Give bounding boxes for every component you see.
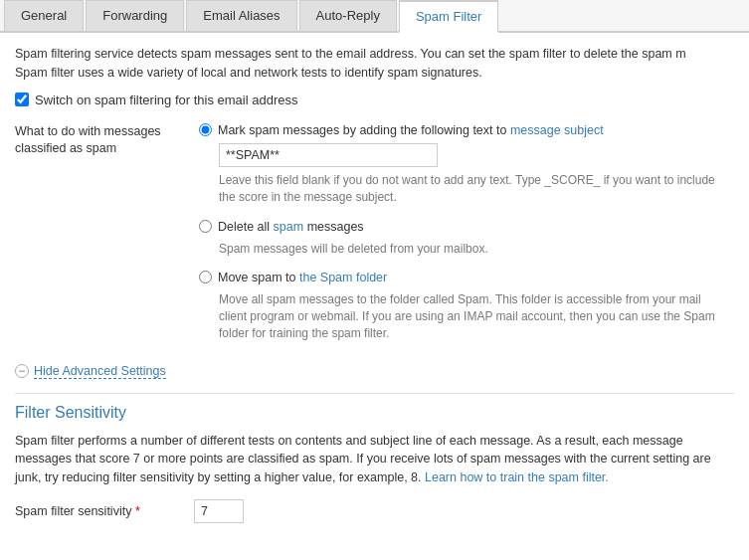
sensitivity-input[interactable]: [194, 499, 244, 523]
move-spam-hint: Move all spam messages to the folder cal…: [219, 291, 716, 341]
tab-bar: General Forwarding Email Aliases Auto-Re…: [0, 0, 749, 33]
spam-filter-checkbox[interactable]: [15, 93, 29, 106]
advanced-settings-toggle[interactable]: − Hide Advanced Settings: [15, 364, 734, 379]
sensitivity-row: Spam filter sensitivity *: [15, 499, 734, 523]
radio-mark-label: Mark spam messages by adding the followi…: [218, 121, 604, 140]
tab-spam-filter[interactable]: Spam Filter: [399, 0, 498, 33]
spam-training-link[interactable]: Learn how to train the spam filter.: [425, 470, 609, 484]
tab-forwarding[interactable]: Forwarding: [86, 0, 184, 31]
options-section: What to do with messages classified as s…: [15, 121, 734, 354]
radio-option-move: Move spam to the Spam folder Move all sp…: [199, 269, 734, 341]
radio-option-delete: Delete all spam messages Spam messages w…: [199, 218, 734, 258]
minus-icon: −: [15, 364, 29, 378]
advanced-settings-link[interactable]: Hide Advanced Settings: [34, 364, 166, 379]
tab-auto-reply[interactable]: Auto-Reply: [299, 0, 397, 31]
spam-filter-toggle-row: Switch on spam filtering for this email …: [15, 93, 734, 107]
delete-spam-hint: Spam messages will be deleted from your …: [219, 241, 716, 258]
radio-move-label: Move spam to the Spam folder: [218, 269, 387, 287]
tab-general[interactable]: General: [4, 0, 84, 31]
section-divider: [15, 393, 734, 394]
mark-spam-hint: Leave this field blank if you do not wan…: [219, 172, 716, 206]
move-spam-indent: Move all spam messages to the folder cal…: [219, 291, 734, 341]
mark-spam-indent: Leave this field blank if you do not wan…: [219, 143, 734, 206]
spam-subject-input[interactable]: [219, 143, 438, 167]
radio-mark-spam[interactable]: [199, 123, 212, 136]
radio-move-spam[interactable]: [199, 271, 212, 283]
page-description: Spam filtering service detects spam mess…: [15, 45, 734, 83]
sensitivity-label: Spam filter sensitivity *: [15, 504, 184, 518]
radio-delete-spam[interactable]: [199, 220, 212, 233]
tab-email-aliases[interactable]: Email Aliases: [186, 0, 296, 31]
spam-filter-checkbox-label: Switch on spam filtering for this email …: [35, 93, 297, 107]
filter-sensitivity-description: Spam filter performs a number of differe…: [15, 432, 734, 487]
options-right: Mark spam messages by adding the followi…: [199, 121, 734, 354]
filter-sensitivity-title: Filter Sensitivity: [15, 404, 734, 422]
radio-delete-label: Delete all spam messages: [218, 218, 364, 237]
delete-spam-indent: Spam messages will be deleted from your …: [219, 241, 734, 258]
options-label: What to do with messages classified as s…: [15, 121, 199, 354]
filter-sensitivity-section: Filter Sensitivity Spam filter performs …: [15, 404, 734, 523]
main-content: Spam filtering service detects spam mess…: [0, 33, 749, 535]
radio-option-mark: Mark spam messages by adding the followi…: [199, 121, 734, 206]
required-mark: *: [135, 504, 140, 518]
